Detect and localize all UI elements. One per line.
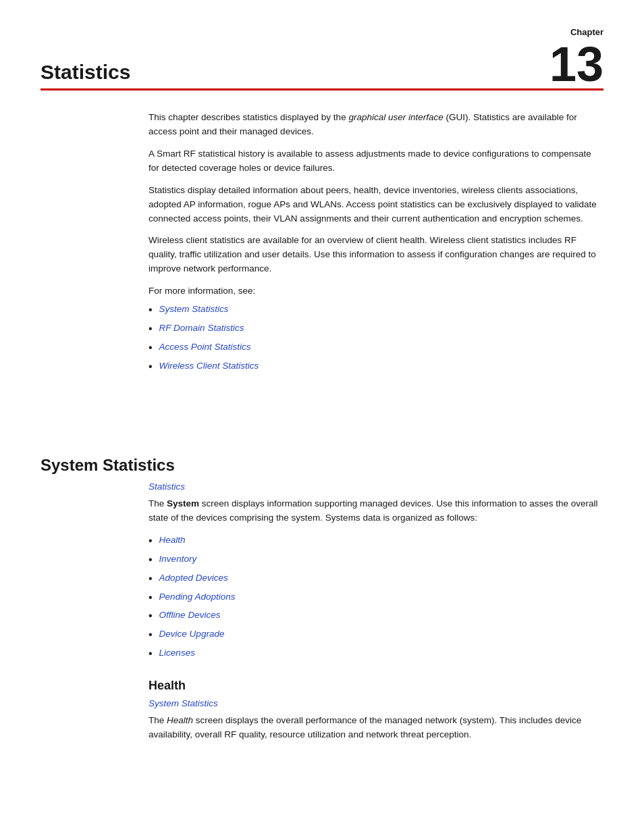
intro-content: This chapter describes statistics displa… (0, 90, 644, 415)
device-upgrade-link[interactable]: Device Upgrade (159, 627, 225, 642)
offline-devices-link[interactable]: Offline Devices (159, 608, 221, 623)
pending-adoptions-link[interactable]: Pending Adoptions (159, 590, 236, 604)
page: Chapter Statistics 13 This chapter descr… (0, 0, 644, 834)
system-statistics-content: Statistics The System screen displays in… (41, 481, 603, 741)
adopted-devices-link[interactable]: Adopted Devices (159, 571, 228, 585)
access-point-statistics-link[interactable]: Access Point Statistics (159, 340, 251, 355)
chapter-title: Statistics (41, 61, 130, 83)
health-description: The Health screen displays the overall p… (149, 714, 603, 742)
list-item: Wireless Client Statistics (149, 359, 603, 375)
wireless-client-statistics-link[interactable]: Wireless Client Statistics (159, 359, 259, 373)
licenses-link[interactable]: Licenses (159, 646, 195, 660)
inventory-link[interactable]: Inventory (159, 552, 197, 567)
intro-list-label: For more information, see: (149, 284, 603, 298)
list-item: Health (149, 533, 603, 550)
list-item: System Statistics (149, 303, 603, 319)
intro-links-list: System Statistics RF Domain Statistics A… (149, 303, 603, 375)
chapter-title-row: Statistics 13 (41, 40, 603, 83)
intro-paragraph-4: Wireless client statistics are available… (149, 234, 603, 276)
list-item: Pending Adoptions (149, 590, 603, 606)
list-item: Licenses (149, 646, 603, 662)
intro-paragraph-2: A Smart RF statistical history is availa… (149, 147, 603, 176)
system-statistics-link[interactable]: System Statistics (159, 303, 229, 317)
health-breadcrumb[interactable]: System Statistics (149, 698, 603, 708)
list-item: Offline Devices (149, 608, 603, 625)
system-statistics-section: System Statistics Statistics The System … (0, 415, 644, 741)
chapter-number: 13 (549, 40, 603, 88)
list-item: Adopted Devices (149, 571, 603, 588)
list-item: Inventory (149, 552, 603, 569)
health-heading: Health (149, 679, 603, 693)
intro-paragraph-1: This chapter describes statistics displa… (149, 111, 603, 139)
chapter-label: Chapter (41, 27, 603, 37)
list-item: Device Upgrade (149, 627, 603, 644)
chapter-header: Chapter Statistics 13 (0, 0, 644, 83)
system-statistics-heading: System Statistics (41, 456, 603, 475)
list-item: RF Domain Statistics (149, 321, 603, 338)
system-statistics-breadcrumb[interactable]: Statistics (149, 481, 603, 492)
system-statistics-list: Health Inventory Adopted Devices Pending… (149, 533, 603, 662)
intro-paragraph-3: Statistics display detailed information … (149, 184, 603, 226)
rf-domain-statistics-link[interactable]: RF Domain Statistics (159, 321, 244, 336)
health-link[interactable]: Health (159, 533, 186, 548)
list-item: Access Point Statistics (149, 340, 603, 357)
system-statistics-description: The System screen displays information s… (149, 497, 603, 525)
